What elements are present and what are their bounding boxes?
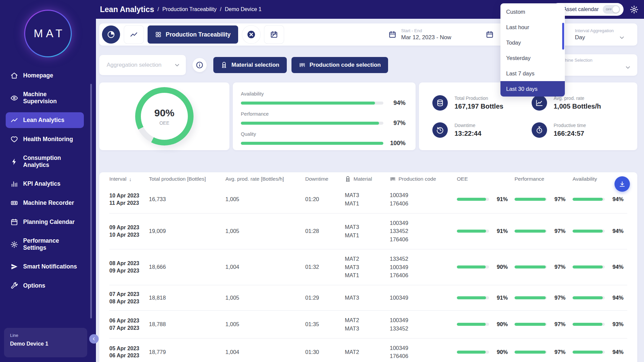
cell-downtime: 01:20 [305, 196, 345, 202]
sidebar-item[interactable]: KPI Analytics [6, 176, 84, 192]
kpi-bar-value: 97% [388, 120, 406, 127]
pie-view-button[interactable] [102, 25, 120, 44]
cell-oee: 91% [457, 228, 515, 234]
performance-bar-track [515, 351, 547, 354]
availability-percent: 94% [608, 196, 624, 202]
availability-bar-track [573, 323, 605, 326]
date-range-label: Start - End [401, 28, 451, 33]
cell-downtime: 01:35 [305, 321, 345, 327]
performance-bar-track [515, 323, 547, 326]
info-button[interactable] [193, 58, 207, 72]
pie-icon [107, 30, 115, 39]
interval-aggregation-select[interactable]: Interval Aggregation Day [575, 28, 625, 41]
production-traceability-label: Production Traceability [166, 31, 231, 38]
oee-gauge: 90% OEE [135, 87, 194, 145]
device-card[interactable]: Line Demo Device 1 [4, 328, 87, 357]
stat-value: 1,005 Bottles/h [554, 103, 601, 110]
sidebar-item[interactable]: Lean Analytics [6, 112, 84, 128]
database-icon [436, 99, 444, 107]
stat-icon-circle [532, 122, 547, 138]
cell-total-production: 18,788 [149, 321, 225, 327]
table-row[interactable]: 07 Apr 2023 08 Apr 2023 18,818 1,005 01:… [109, 285, 627, 311]
cell-production-code: 100349 133452 176406 [390, 219, 457, 244]
sort-desc-icon[interactable]: ↓ [129, 176, 132, 182]
kpi-bars-card: Availability 94% Performance [233, 82, 416, 150]
sidebar-scrollbar[interactable] [90, 84, 92, 318]
table-row[interactable]: 08 Apr 2023 09 Apr 2023 18,666 1,004 01:… [109, 249, 627, 285]
sidebar-item[interactable]: Options [6, 278, 84, 294]
sidebar-item[interactable]: Consumption Analytics [6, 150, 84, 173]
calendar-icon [388, 31, 396, 39]
line-view-button[interactable] [124, 25, 144, 44]
cell-interval: 07 Apr 2023 08 Apr 2023 [109, 291, 149, 305]
oee-bar-fill [457, 198, 486, 201]
performance-percent: 97% [550, 228, 566, 234]
info-icon [196, 61, 204, 69]
date-range-menu-item[interactable]: Last 30 days [500, 81, 565, 97]
downtime-icon [436, 126, 444, 134]
menu-scrollbar[interactable] [562, 23, 564, 50]
date-range-menu-item[interactable]: Today [500, 35, 565, 50]
sidebar-item[interactable]: Machine Recorder [6, 195, 84, 211]
sidebar-collapse-button[interactable] [89, 334, 99, 344]
kpi-bar-track [241, 122, 383, 125]
aggregation-select[interactable]: Aggregation selection [99, 55, 186, 75]
performance-bar-track [515, 265, 547, 268]
availability-percent: 94% [608, 228, 624, 234]
sidebar-item-label: Performance Settings [23, 237, 79, 251]
production-code-selection-button[interactable]: Production code selection [291, 57, 388, 73]
cell-availability: 94% [573, 349, 627, 355]
sidebar-item[interactable]: Health Monitoring [6, 131, 84, 147]
date-range-menu-item[interactable]: Last hour [500, 19, 565, 35]
oee-label: OEE [159, 120, 169, 126]
eye-icon [10, 94, 18, 102]
kpi-bar-group: Availability 94% [241, 91, 406, 107]
oee-percent: 91% [492, 196, 508, 202]
breadcrumb-separator: / [157, 6, 159, 12]
date-range-menu-item[interactable]: Custom [500, 4, 565, 19]
clear-selection-button[interactable] [242, 25, 260, 44]
table-row[interactable]: 10 Apr 2023 11 Apr 2023 16,733 1,005 01:… [109, 186, 627, 214]
calendar-icon[interactable] [486, 31, 494, 39]
material-selection-button[interactable]: Material selection [213, 57, 287, 73]
breadcrumb-item[interactable]: Demo Device 1 [225, 6, 261, 12]
oee-bar-fill [457, 323, 486, 326]
sidebar-item[interactable]: Homepage [6, 68, 84, 83]
cell-oee: 91% [457, 196, 515, 202]
date-range-menu-item[interactable]: Yesterday [500, 50, 565, 66]
sidebar-item[interactable]: Smart Notifications [6, 259, 84, 275]
stat-item: Productive time 166:24:57 [532, 116, 631, 143]
kpi-bar-fill [241, 122, 379, 125]
availability-bar-fill [573, 296, 603, 299]
performance-bar-fill [515, 351, 546, 354]
calendar-off-button[interactable] [264, 25, 284, 44]
kpi-bar-value: 100% [388, 140, 406, 147]
table-row[interactable]: 06 Apr 2023 07 Apr 2023 18,788 1,005 01:… [109, 311, 627, 339]
stat-value: 167,197 Bottles [454, 103, 503, 110]
cell-performance: 97% [515, 264, 573, 270]
sidebar-nav: Homepage Machine Supervision Lean Analyt… [0, 67, 96, 294]
availability-bar-track [573, 351, 605, 354]
table-row[interactable]: 05 Apr 2023 06 Apr 2023 18,779 1,004 01:… [109, 339, 627, 362]
sidebar-item[interactable]: Performance Settings [6, 233, 84, 255]
performance-bar-fill [515, 198, 546, 201]
trend-icon [10, 116, 18, 124]
download-button[interactable] [614, 176, 630, 192]
date-range-menu-item[interactable]: Last 7 days [500, 66, 565, 81]
stat-value: 13:22:44 [454, 130, 481, 137]
sidebar-item[interactable]: Planning Calendar [6, 214, 84, 230]
barcode-icon [299, 62, 306, 68]
gear-icon[interactable] [630, 5, 639, 14]
kpi-bar-label: Quality [241, 131, 406, 137]
table-row[interactable]: 09 Apr 2023 10 Apr 2023 19,009 1,005 01:… [109, 214, 627, 249]
production-traceability-button[interactable]: Production Traceability [148, 25, 238, 44]
stopwatch-icon [535, 126, 543, 134]
oee-bar-track [457, 323, 489, 326]
date-range-picker[interactable]: Start - End Mar 12, 2023 - Now [388, 28, 451, 41]
asset-calendar-toggle[interactable]: OFF [603, 5, 620, 14]
breadcrumb-item[interactable]: Production Traceability [162, 6, 217, 12]
sidebar-item[interactable]: Machine Supervision [6, 87, 84, 109]
column-interval[interactable]: Interval ↓ [109, 176, 149, 182]
stat-label: Productive time [554, 123, 586, 128]
wrench-icon [10, 282, 18, 290]
